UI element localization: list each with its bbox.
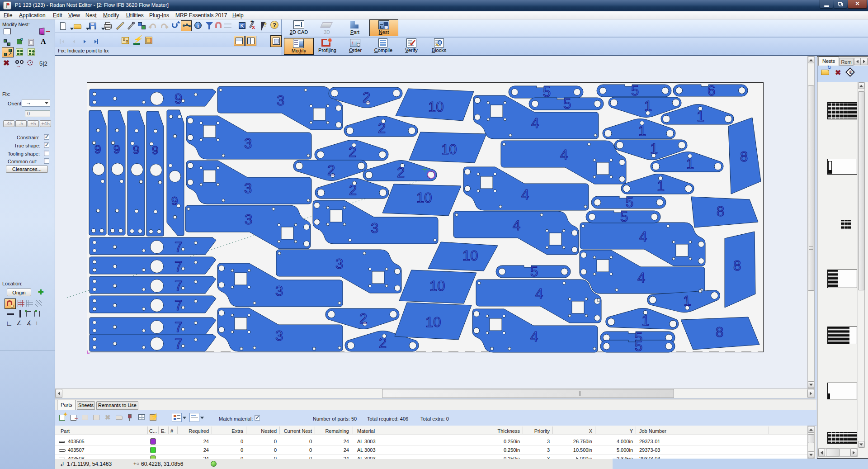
svg-text:4: 4: [531, 115, 539, 131]
svg-text:3: 3: [244, 136, 252, 152]
svg-text:8: 8: [717, 204, 724, 219]
svg-text:5: 5: [563, 96, 571, 112]
svg-text:5: 5: [620, 209, 628, 225]
svg-text:5: 5: [631, 83, 639, 99]
svg-text:4: 4: [530, 329, 538, 345]
svg-text:10: 10: [416, 190, 432, 206]
svg-text:3: 3: [275, 328, 283, 344]
svg-text:3: 3: [245, 212, 252, 227]
svg-text:4: 4: [560, 147, 568, 163]
svg-text:3: 3: [275, 283, 283, 299]
svg-text:4: 4: [521, 187, 529, 203]
svg-text:10: 10: [462, 248, 478, 264]
svg-text:3: 3: [277, 93, 284, 109]
svg-text:10: 10: [441, 142, 457, 157]
svg-text:3: 3: [335, 256, 343, 272]
svg-text:4: 4: [637, 270, 645, 286]
svg-text:4: 4: [639, 229, 647, 245]
svg-text:3: 3: [244, 180, 252, 196]
svg-text:4: 4: [535, 286, 543, 302]
svg-text:5: 5: [530, 264, 538, 280]
svg-text:6: 6: [708, 83, 715, 99]
svg-text:10: 10: [428, 99, 443, 115]
svg-text:5: 5: [635, 338, 642, 354]
svg-text:8: 8: [740, 149, 748, 165]
svg-text:10: 10: [425, 314, 441, 330]
svg-text:5: 5: [626, 194, 633, 210]
svg-text:4: 4: [513, 218, 520, 233]
svg-text:8: 8: [733, 258, 741, 274]
svg-text:3: 3: [371, 220, 378, 236]
svg-text:8: 8: [716, 324, 723, 340]
svg-text:10: 10: [429, 278, 445, 294]
